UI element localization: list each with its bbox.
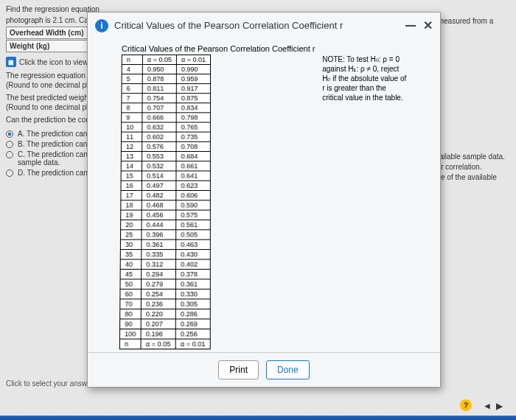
- help-icon[interactable]: ?: [460, 399, 472, 411]
- table-row: 700.2360.305: [119, 299, 210, 309]
- col-alpha01: α = 0.01: [176, 55, 210, 64]
- data-table-icon[interactable]: ▦: [6, 57, 16, 67]
- table-row: 40.9500.990: [122, 65, 210, 74]
- table-row: 400.3120.402: [120, 259, 210, 269]
- done-button[interactable]: Done: [266, 360, 310, 379]
- table-row: 350.3350.430: [120, 250, 210, 259]
- radio-c[interactable]: [6, 151, 13, 158]
- table-row: 80.7070.834: [121, 103, 210, 113]
- minimize-icon[interactable]: [405, 25, 416, 27]
- info-icon: i: [95, 19, 108, 32]
- table-row: 450.2940.378: [120, 269, 210, 279]
- table-note: NOTE: To test H₀: ρ = 0 against H₁: ρ ≠ …: [322, 44, 406, 102]
- table-row: 800.2200.286: [119, 309, 210, 319]
- table-row: 1000.1960.256: [119, 329, 210, 339]
- close-icon[interactable]: ✕: [423, 18, 433, 32]
- table-row: 60.8110.917: [122, 84, 210, 94]
- footer-hint: Click to select your answer: [6, 379, 94, 388]
- foot-alpha05: α = 0.05: [141, 339, 175, 349]
- dialog-title: Critical Values of the Pearson Correlati…: [114, 20, 400, 31]
- table-row: 200.4440.561: [120, 220, 210, 229]
- option-a: A. The prediction canno: [18, 130, 95, 138]
- table-row: 180.4680.590: [120, 200, 210, 210]
- table-row: 600.2540.330: [120, 289, 210, 298]
- table-caption: Critical Values of the Pearson Correlati…: [122, 44, 315, 53]
- foot-alpha01: α = 0.01: [175, 339, 210, 349]
- table-row: 110.6020.735: [121, 132, 210, 141]
- table-row: 100.6320.765: [121, 122, 210, 132]
- table-row: 70.7540.875: [122, 94, 211, 103]
- table-row: 170.4820.606: [121, 190, 210, 200]
- option-d: D. The prediction can be: [18, 169, 98, 177]
- table-row: 300.3610.463: [120, 239, 210, 249]
- col-n: n: [122, 55, 142, 64]
- option-b: B. The prediction canno: [18, 140, 95, 148]
- radio-a[interactable]: [6, 130, 13, 138]
- table-row: 500.2790.361: [120, 279, 210, 289]
- print-button[interactable]: Print: [218, 360, 259, 379]
- table-row: 120.5760.708: [121, 141, 210, 151]
- col-alpha05: α = 0.05: [142, 55, 176, 64]
- pager[interactable]: ◄▶: [483, 401, 503, 411]
- next-icon[interactable]: ▶: [496, 401, 503, 411]
- table-row: 90.6660.798: [121, 113, 210, 122]
- table-row: 900.2070.269: [119, 319, 210, 329]
- critical-values-dialog: i Critical Values of the Pearson Correla…: [87, 12, 441, 388]
- foot-n: n: [119, 339, 141, 349]
- click-icon-text: Click the icon to view th: [19, 58, 97, 66]
- critical-values-table: n α = 0.05 α = 0.01 40.9500.99050.8780.9…: [119, 55, 211, 349]
- table-row: 130.5530.684: [121, 152, 210, 161]
- table-row: 190.4560.575: [120, 210, 210, 220]
- dialog-titlebar: i Critical Values of the Pearson Correla…: [88, 13, 440, 38]
- radio-d[interactable]: [6, 169, 13, 177]
- table-row: 150.5140.641: [121, 171, 210, 181]
- table-row: 140.5320.661: [121, 161, 210, 171]
- table-row: 160.4970.623: [121, 181, 210, 190]
- option-c: C. The prediction cannosample data.: [18, 150, 96, 167]
- radio-b[interactable]: [6, 141, 13, 148]
- prev-icon[interactable]: ◄: [483, 401, 492, 411]
- table-row: 250.3960.505: [120, 230, 210, 239]
- taskbar: [0, 416, 516, 420]
- table-row: 50.8780.959: [122, 74, 210, 84]
